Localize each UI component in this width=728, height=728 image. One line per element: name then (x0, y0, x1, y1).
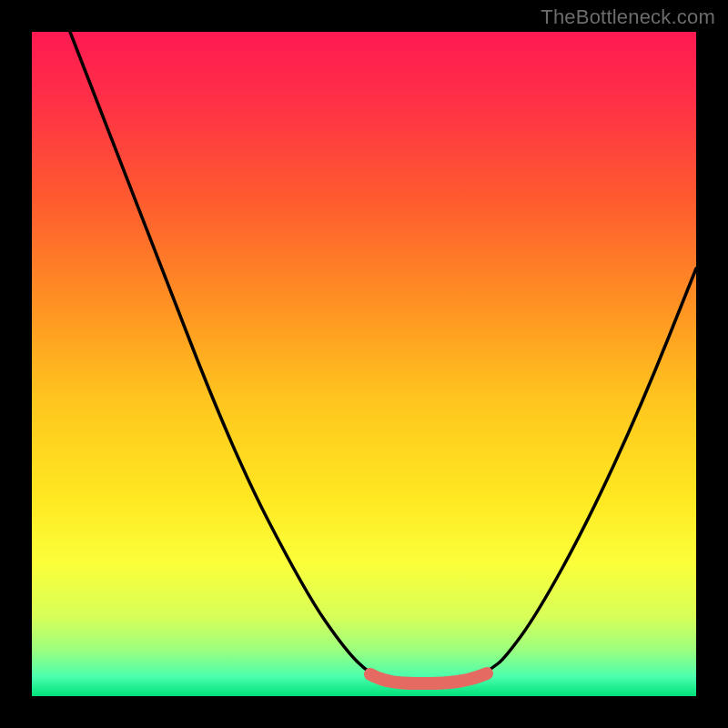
curve-layer (32, 32, 696, 696)
chart-stage: TheBottleneck.com (0, 0, 728, 728)
watermark-label: TheBottleneck.com (541, 5, 715, 29)
plot-area (32, 32, 696, 696)
bottleneck-curve (70, 32, 696, 683)
highlight-floor (370, 673, 487, 683)
